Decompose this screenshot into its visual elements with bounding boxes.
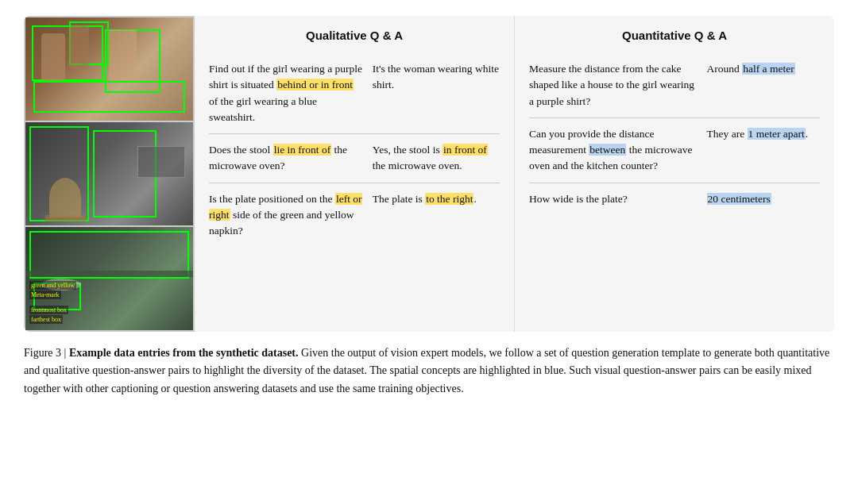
qual-q1: Find out if the girl wearing a purple sh… xyxy=(209,61,365,125)
quant-q1: Measure the distance from the cake shape… xyxy=(529,61,699,110)
label-farthest-box: farthest box xyxy=(29,315,63,324)
label-frontmost-box: frontmost box xyxy=(29,306,68,314)
highlight-left-or-right: left or right xyxy=(209,193,362,221)
qual-q2: Does the stool lie in front of the micro… xyxy=(209,142,365,175)
qa-section: Qualitative Q & A Find out if the girl w… xyxy=(195,16,834,332)
quantitative-title: Quantitative Q & A xyxy=(529,29,820,42)
qual-a3: The plate is to the right. xyxy=(373,191,500,207)
main-container: green and yellow Meta-mark frontmost box… xyxy=(24,16,834,398)
qual-row-2: Does the stool lie in front of the micro… xyxy=(209,134,500,183)
caption-bold: Example data entries from the synthetic … xyxy=(69,347,299,359)
image-1 xyxy=(25,17,193,121)
quant-a1: Around half a meter xyxy=(707,61,820,77)
quant-row-1: Measure the distance from the cake shape… xyxy=(529,53,820,118)
quant-a3: 20 centimeters xyxy=(707,191,820,207)
quant-q2: Can you provide the distance measurement… xyxy=(529,126,699,175)
quant-row-3: How wide is the plate? 20 centimeters xyxy=(529,183,820,215)
qual-row-3: Is the plate positioned on the left or r… xyxy=(209,183,500,248)
highlight-to-the-right: to the right xyxy=(425,193,473,205)
qual-a2: Yes, the stool is in front of the microw… xyxy=(373,142,500,175)
highlight-between: between xyxy=(589,144,626,156)
quantitative-panel: Quantitative Q & A Measure the distance … xyxy=(515,16,834,332)
label-green-yellow: green and yellow xyxy=(29,281,76,290)
highlight-in-front-of: in front of xyxy=(443,144,488,156)
highlight-20-centimeters: 20 centimeters xyxy=(707,193,771,205)
quant-q3: How wide is the plate? xyxy=(529,191,699,207)
qual-row-1: Find out if the girl wearing a purple sh… xyxy=(209,53,500,134)
figure-label: Figure 3 xyxy=(24,347,61,359)
image-3: green and yellow Meta-mark frontmost box… xyxy=(25,227,193,330)
quant-a2: They are 1 meter apart. xyxy=(707,126,820,142)
highlight-half-a-meter: half a meter xyxy=(742,63,794,75)
qualitative-title: Qualitative Q & A xyxy=(209,29,500,42)
qual-q3: Is the plate positioned on the left or r… xyxy=(209,191,365,240)
label-meta-mark: Meta-mark xyxy=(29,290,61,299)
caption-section: Figure 3 | Example data entries from the… xyxy=(24,344,834,398)
quant-row-2: Can you provide the distance measurement… xyxy=(529,118,820,183)
image-2 xyxy=(25,122,193,225)
images-column: green and yellow Meta-mark frontmost box… xyxy=(24,16,195,332)
highlight-1-meter: 1 meter apart xyxy=(748,128,806,140)
qual-a1: It's the woman wearing white shirt. xyxy=(373,61,500,94)
highlight-behind-or-in-front: behind or in front xyxy=(276,79,354,90)
highlight-lie-in-front: lie in front of xyxy=(273,144,332,156)
top-section: green and yellow Meta-mark frontmost box… xyxy=(24,16,834,332)
qualitative-panel: Qualitative Q & A Find out if the girl w… xyxy=(195,16,515,332)
caption-separator: | xyxy=(61,347,69,359)
